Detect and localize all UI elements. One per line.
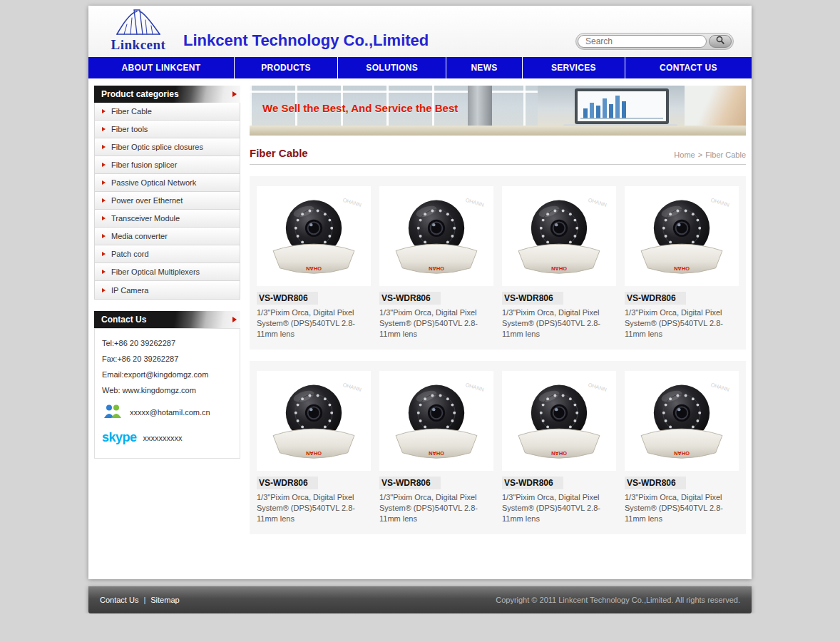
chevron-right-icon — [102, 270, 106, 274]
footer-link-separator: | — [143, 596, 145, 604]
product-name[interactable]: VS-WDR806 — [625, 292, 686, 305]
sidebar-category-item[interactable]: IP Camera — [95, 281, 240, 299]
sidebar-category-item[interactable]: Fiber Optical Multiplexers — [95, 263, 240, 281]
header: Linkcent Linkcent Technology Co.,Limited — [88, 6, 752, 57]
nav-item[interactable]: CONTACT US — [625, 57, 752, 78]
footer-contact-us-link[interactable]: Contact Us — [100, 596, 138, 604]
breadcrumb: Home>Fiber Cable — [674, 151, 746, 159]
product-card[interactable]: OHANN — [257, 371, 371, 524]
category-label: Fiber fusion splicer — [111, 160, 177, 169]
product-description: 1/3"Pixim Orca, Digital Pixel System® (D… — [257, 307, 371, 340]
banner-window-frame — [250, 91, 538, 93]
sidebar-category-item[interactable]: Passive Optical Network — [95, 174, 240, 192]
category-label: Fiber tools — [111, 125, 148, 133]
nav-item[interactable]: PRODUCTS — [235, 57, 338, 78]
site-title: Linkcent Technology Co.,Limited — [183, 31, 429, 50]
product-card[interactable]: OHANN — [502, 186, 616, 340]
chevron-right-icon — [102, 180, 106, 185]
product-description: 1/3"Pixim Orca, Digital Pixel System® (D… — [625, 307, 739, 340]
sidebar-category-item[interactable]: Fiber Cable — [95, 103, 240, 121]
sidebar-category-item[interactable]: Power over Ethernet — [95, 192, 240, 210]
svg-text:OHANN: OHANN — [710, 197, 730, 208]
chevron-right-icon — [102, 216, 106, 220]
svg-text:OHANN: OHANN — [588, 197, 608, 208]
product-name[interactable]: VS-WDR806 — [379, 477, 441, 489]
sidebar-category-item[interactable]: Transceiver Module — [95, 210, 240, 228]
svg-text:OHAN: OHAN — [306, 265, 322, 272]
contact-us-header: Contact Us — [94, 311, 240, 328]
svg-text:OHANN: OHANN — [710, 382, 730, 393]
svg-text:OHAN: OHAN — [674, 450, 690, 457]
chevron-right-icon — [102, 145, 106, 149]
product-description: 1/3"Pixim Orca, Digital Pixel System® (D… — [625, 492, 739, 524]
product-card[interactable]: OHANN — [379, 186, 493, 340]
chevron-right-icon — [102, 109, 106, 113]
product-image[interactable]: OHANN — [379, 186, 493, 286]
svg-text:OHANN: OHANN — [465, 197, 485, 208]
svg-text:OHAN: OHAN — [429, 265, 444, 272]
category-label: Fiber Optical Multiplexers — [111, 268, 200, 276]
product-name[interactable]: VS-WDR806 — [257, 477, 318, 489]
product-image[interactable]: OHANN — [625, 186, 739, 286]
main-nav: ABOUT LINKCENT PRODUCTS SOLUTIONS NEWS S… — [88, 57, 752, 78]
search-box — [575, 33, 734, 50]
product-image[interactable]: OHANN — [257, 371, 371, 471]
category-label: Transceiver Module — [111, 214, 180, 223]
product-card[interactable]: OHANN — [625, 371, 739, 524]
footer-sitemap-link[interactable]: Sitemap — [150, 596, 179, 604]
nav-item[interactable]: NEWS — [446, 57, 522, 78]
sidebar-category-item[interactable]: Fiber fusion splicer — [95, 156, 240, 174]
category-label: Fiber Optic splice closures — [111, 143, 203, 151]
breadcrumb-home-link[interactable]: Home — [674, 151, 695, 159]
search-button[interactable] — [709, 35, 732, 48]
sidebar-category-item[interactable]: Patch cord — [95, 245, 240, 263]
contact-fax: Fax:+86 20 39262287 — [102, 355, 232, 363]
category-label: Patch cord — [111, 250, 149, 258]
svg-text:OHAN: OHAN — [551, 450, 567, 457]
sidebar-category-item[interactable]: Media converter — [95, 228, 240, 245]
svg-text:OHANN: OHANN — [588, 382, 608, 393]
nav-item[interactable]: SOLUTIONS — [338, 57, 446, 78]
product-image[interactable]: OHANN — [257, 186, 371, 286]
product-grid-row-1: OHANN — [250, 176, 746, 350]
chevron-right-icon — [102, 198, 106, 203]
product-name[interactable]: VS-WDR806 — [502, 292, 563, 305]
nav-item[interactable]: ABOUT LINKCENT — [88, 57, 235, 78]
product-description: 1/3"Pixim Orca, Digital Pixel System® (D… — [379, 492, 493, 524]
product-image[interactable]: OHANN — [502, 186, 616, 286]
product-card[interactable]: OHANN — [379, 371, 493, 524]
sidebar-category-item[interactable]: Fiber Optic splice closures — [95, 138, 240, 156]
product-description: 1/3"Pixim Orca, Digital Pixel System® (D… — [257, 492, 371, 524]
product-name[interactable]: VS-WDR806 — [625, 477, 686, 489]
product-card[interactable]: OHANN — [502, 371, 616, 524]
product-image[interactable]: OHANN — [502, 371, 616, 471]
sidebar: Product categories Fiber Cable Fiber too… — [94, 86, 240, 558]
category-label: Media converter — [111, 232, 168, 240]
category-list: Fiber Cable Fiber tools Fiber Optic spli… — [94, 103, 240, 300]
company-logo[interactable]: Linkcent — [96, 7, 181, 53]
product-name[interactable]: VS-WDR806 — [502, 477, 563, 489]
logo-wordmark: Linkcent — [96, 37, 181, 53]
product-card[interactable]: OHANN — [257, 186, 371, 340]
contact-email[interactable]: Email:export@kingdomgz.com — [102, 370, 232, 379]
nav-item[interactable]: SERVICES — [523, 57, 625, 78]
product-card[interactable]: OHANN — [625, 186, 739, 340]
product-name[interactable]: VS-WDR806 — [257, 292, 318, 305]
footer: Contact Us|Sitemap Copyright © 2011 Link… — [88, 586, 752, 613]
skype-logo: skype — [102, 430, 137, 445]
svg-text:OHANN: OHANN — [342, 382, 362, 393]
svg-text:OHANN: OHANN — [465, 382, 485, 393]
skype-id[interactable]: xxxxxxxxxx — [143, 434, 183, 442]
category-label: Passive Optical Network — [111, 178, 196, 187]
product-image[interactable]: OHANN — [379, 371, 493, 471]
footer-copyright: Copyright © 2011 Linkcent Technology Co.… — [496, 596, 740, 604]
svg-text:OHANN: OHANN — [342, 197, 362, 208]
product-name[interactable]: VS-WDR806 — [379, 292, 441, 305]
product-description: 1/3"Pixim Orca, Digital Pixel System® (D… — [502, 492, 616, 524]
contact-web[interactable]: Web: www.kingdomgz.com — [102, 386, 232, 394]
search-input[interactable] — [578, 35, 707, 48]
msn-address[interactable]: xxxxx@hotamil.com.cn — [130, 408, 210, 417]
product-description: 1/3"Pixim Orca, Digital Pixel System® (D… — [502, 307, 616, 340]
sidebar-category-item[interactable]: Fiber tools — [95, 121, 240, 138]
product-image[interactable]: OHANN — [625, 371, 739, 471]
